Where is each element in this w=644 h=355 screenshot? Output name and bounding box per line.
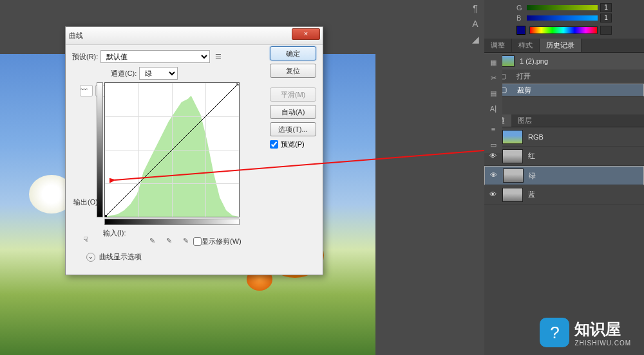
channel-thumb [502,188,523,202]
logo-subtext: ZHISHIWU.COM [574,340,631,347]
curve-line[interactable] [105,83,239,217]
options-button[interactable]: 选项(T)... [270,122,316,136]
dialog-title: 曲线 [69,31,83,41]
document-name: 1 (2).png [520,57,548,65]
dialog-titlebar[interactable]: 曲线 × [66,27,323,45]
right-panel: ¶ A ◢ G 1 B 1 调整 样式 历史记录 ✎ 1 (2).png ▢打开… [484,0,644,355]
panel-icon-3[interactable]: ▤ [486,86,501,100]
svg-rect-3 [237,83,239,85]
channel-name: 蓝 [528,190,535,199]
channel-name: RGB [528,133,544,141]
tab-adjust[interactable]: 调整 [484,39,512,52]
channel-thumb [502,149,523,163]
auto-button[interactable]: 自动(A) [270,105,316,119]
preset-menu-icon[interactable]: ☰ [213,51,224,62]
ok-button[interactable]: 确定 [270,46,316,60]
input-gradient [104,219,240,225]
panel-icon-4[interactable]: Aǀ [486,102,501,116]
curve-options-label: 曲线显示选项 [99,252,142,262]
brush-tool-icon[interactable]: ¶ [468,1,483,15]
visibility-eye-icon[interactable]: 👁 [489,190,498,199]
tab-styles[interactable]: 样式 [512,39,540,52]
preset-select[interactable]: 默认值 [100,50,210,63]
curves-dialog: 曲线 × 预设(R): 默认值 ☰ 通道(C): 绿 确定 复位 平滑(M) 自… [65,26,323,275]
b-value[interactable]: 1 [600,14,612,23]
channel-thumb [502,130,523,144]
hand-tool-icon[interactable]: ☟ [84,235,95,247]
ruler-tool-icon[interactable]: ◢ [468,32,483,46]
output-label: 输出(O): [73,197,100,207]
show-clipping-checkbox[interactable] [193,237,202,246]
curves-graph[interactable] [104,82,240,217]
logo-icon: ? [540,318,569,347]
gray-point-eyedropper-icon[interactable]: ✎ [166,237,176,247]
channel-item[interactable]: 👁RGB [484,127,644,147]
hue-strip[interactable] [529,26,598,34]
channel-select[interactable]: 绿 [139,67,178,80]
preset-label: 预设(R): [72,52,98,62]
g-slider[interactable] [527,5,598,10]
visibility-eye-icon[interactable]: 👁 [490,171,499,180]
expand-options-icon[interactable]: ⌄ [86,253,95,262]
panel-icon-6[interactable]: ▭ [486,138,501,152]
history-item[interactable]: ▢打开 [484,69,644,84]
curve-draw-tool-icon[interactable]: 〰 [80,85,93,96]
channel-label: 通道(C): [111,69,137,78]
g-slider-label: G [516,4,524,12]
channel-item[interactable]: 👁红 [484,147,644,166]
preview-checkbox[interactable] [270,140,278,149]
channel-item[interactable]: 👁蓝 [484,185,644,205]
tab-history[interactable]: 历史记录 [540,39,582,52]
watermark-logo: ? 知识屋 ZHISHIWU.COM [540,318,631,347]
input-label: 输入(I): [103,228,126,238]
white-point-eyedropper-icon[interactable]: ✎ [183,237,193,247]
g-value[interactable]: 1 [600,3,612,12]
close-button[interactable]: × [292,28,320,40]
preview-label: 预览(P) [281,140,305,149]
reset-button[interactable]: 复位 [270,64,316,78]
b-slider-label: B [516,14,524,22]
tab-layers[interactable]: 图层 [511,114,538,127]
svg-rect-2 [105,215,107,217]
history-item-label: 打开 [516,71,531,81]
panel-icon-1[interactable]: ▦ [486,55,501,69]
channel-name: 红 [528,151,535,161]
history-item-label: 裁剪 [517,86,531,95]
b-slider[interactable] [527,15,598,21]
black-point-eyedropper-icon[interactable]: ✎ [149,237,160,247]
type-tool-icon[interactable]: A [468,17,483,31]
history-document-row[interactable]: ✎ 1 (2).png [484,53,644,69]
history-item[interactable]: ▢裁剪 [484,84,644,96]
panel-icon-2[interactable]: ✂ [486,71,501,85]
svg-line-1 [105,83,239,217]
hue-value-box[interactable] [600,26,612,35]
channel-item[interactable]: 👁绿 [484,166,644,185]
channel-thumb [503,168,524,183]
panel-icon-5[interactable]: ≡ [486,122,501,136]
channel-name: 绿 [529,171,536,181]
color-swatch[interactable] [516,26,526,35]
smooth-button: 平滑(M) [270,87,316,102]
logo-text: 知识屋 [574,319,631,340]
show-clipping-label: 显示修剪(W) [202,237,242,246]
